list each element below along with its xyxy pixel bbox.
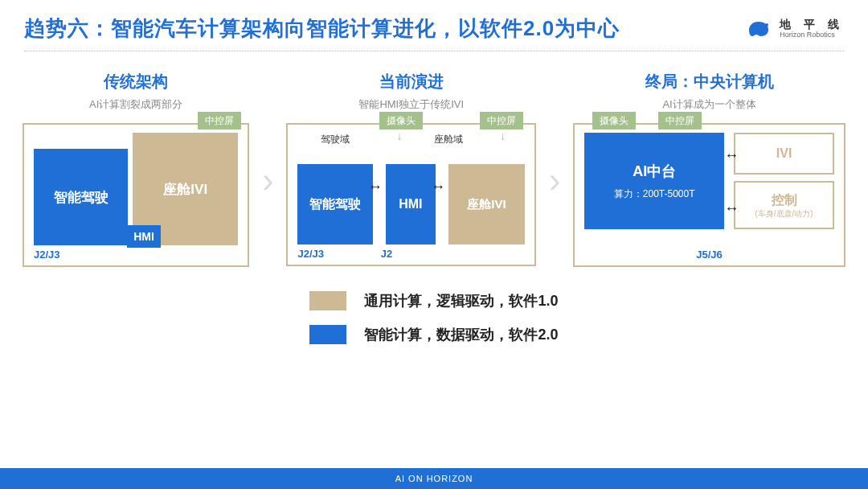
col3-title: 终局：中央计算机 [645,71,774,92]
column-traditional: 传统架构 AI计算割裂成两部分 中控屏 ↓ 智能驾驶 座舱IVI HMI J2/… [23,71,249,267]
swatch-tan [309,291,346,310]
brand-cn: 地 平 线 [780,18,844,30]
legend-row-blue: 智能计算，数据驱动，软件2.0 [309,325,558,344]
bi-arrow-icon: ↔ [724,147,739,164]
col1-title: 传统架构 [104,71,168,92]
columns: 传统架构 AI计算割裂成两部分 中控屏 ↓ 智能驾驶 座舱IVI HMI J2/… [0,51,868,267]
col2-chip1: J2/J3 [297,248,372,260]
col3-ctrl-block: 控制 (车身/底盘/动力) [734,181,834,229]
brand-en: Horizon Robotics [780,31,844,39]
col3-ivi-block: IVI [734,133,834,175]
slide-title: 趋势六：智能汽车计算架构向智能计算进化，以软件2.0为中心 [24,14,620,43]
bi-arrow-icon: ↔ [431,179,445,195]
col3-ctrl-l1: 控制 [772,192,797,209]
footer-bar: AI ON HORIZON [0,468,868,489]
column-current: 当前演进 智能HMI独立于传统IVI 驾驶域 座舱域 摄像头 中控屏 ↓ ↓ 智… [286,71,536,266]
chevron-right-icon: › [259,116,276,244]
slide: { "title": "趋势六：智能汽车计算架构向智能计算进化，以软件2.0为中… [0,0,868,489]
col1-sub: AI计算割裂成两部分 [89,97,182,112]
col3-chip-label: J5/J6 [584,249,834,261]
title-row: 趋势六：智能汽车计算架构向智能计算进化，以软件2.0为中心 地 平 线 Hori… [0,0,868,47]
col3-ctrl-l2: (车身/底盘/动力) [755,209,813,218]
arrow-down-icon: ↓ [500,129,506,142]
col2-ivi-block: 座舱IVI [448,164,525,244]
col3-panel: 摄像头 中控屏 ↓ ↑ AI中台 算力：200T-5000T ↔ ↔ IVI 控… [573,123,845,267]
col3-scr-label: 中控屏 [658,112,702,129]
legend-tan-label: 通用计算，逻辑驱动，软件1.0 [364,291,558,310]
col2-chip2: J2 [381,248,392,260]
col1-panel: 中控屏 ↓ 智能驾驶 座舱IVI HMI J2/J3 [23,123,249,267]
brand: 地 平 线 Horizon Robotics [744,18,844,39]
col1-chip-label: J2/J3 [34,249,238,261]
col1-hmi-block: HMI [127,225,161,248]
col3-ai-block: AI中台 算力：200T-5000T [584,133,724,229]
column-final: 终局：中央计算机 AI计算成为一个整体 摄像头 中控屏 ↓ ↑ AI中台 算力：… [573,71,845,267]
legend: 通用计算，逻辑驱动，软件1.0 智能计算，数据驱动，软件2.0 [0,291,868,344]
brain-icon [744,18,773,39]
col3-sub: AI计算成为一个整体 [662,97,755,112]
arrow-down-icon: ↓ [397,129,403,142]
footer-text: AI ON HORIZON [395,474,473,483]
col2-sub: 智能HMI独立于传统IVI [358,97,464,112]
bi-arrow-icon: ↔ [724,200,739,217]
col3-cam-label: 摄像头 [592,112,636,129]
col2-title: 当前演进 [379,71,444,92]
svg-point-0 [765,23,768,27]
legend-blue-label: 智能计算，数据驱动，软件2.0 [364,325,558,344]
col2-drive-block: 智能驾驶 [297,164,372,244]
col2-domain-labels: 驾驶域 座舱域 [297,133,525,146]
col2-domain-drive: 驾驶域 [297,133,372,146]
col1-ctrl-label: 中控屏 [198,112,241,129]
bi-arrow-icon: ↔ [368,179,383,195]
swatch-blue [309,325,346,344]
col2-hmi-block: HMI [386,164,436,244]
legend-row-tan: 通用计算，逻辑驱动，软件1.0 [309,291,558,310]
brand-text: 地 平 线 Horizon Robotics [780,18,844,39]
col2-chip-labels: J2/J3 J2 [297,248,525,260]
col3-ai-subtitle: 算力：200T-5000T [614,187,695,201]
col2-ctrl-label: 中控屏 [480,112,523,129]
col1-drive-block: 智能驾驶 [34,149,128,245]
col3-ai-title: AI中台 [633,162,676,181]
col2-panel: 驾驶域 座舱域 摄像头 中控屏 ↓ ↓ 智能驾驶 ↔ HMI ↔ 座舱IVI J… [286,123,536,266]
chevron-right-icon: › [546,116,563,244]
col2-cam-label: 摄像头 [379,112,423,129]
